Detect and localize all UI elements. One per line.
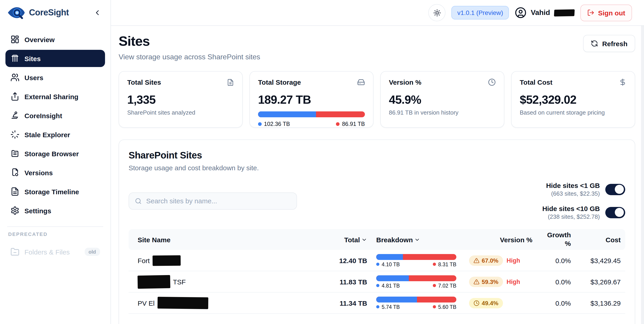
site-name-text: Fort	[138, 256, 150, 264]
blue-dot-icon	[258, 122, 262, 126]
share-icon	[10, 92, 20, 101]
sign-out-label: Sign out	[598, 9, 625, 16]
red-dot-icon	[336, 122, 340, 126]
refresh-icon	[591, 40, 598, 47]
sign-out-button[interactable]: Sign out	[580, 4, 632, 21]
sidebar-divider	[7, 226, 103, 227]
folder-lines-icon	[10, 149, 20, 158]
page-subtitle: View storage usage across SharePoint sit…	[118, 53, 260, 61]
column-header-version[interactable]: Version %	[464, 236, 537, 244]
sidebar-item-folders-files[interactable]: Folders & Files old	[6, 243, 105, 260]
site-cost: $3,136.29	[576, 299, 625, 307]
site-search[interactable]	[128, 192, 297, 210]
landmark-icon	[10, 54, 20, 63]
file-versions-icon	[10, 168, 20, 177]
switch-knob	[615, 208, 624, 217]
column-header-cost[interactable]: Cost	[576, 236, 625, 244]
blue-dot-icon	[376, 284, 380, 287]
table-header-row: Site Name Total Breakdown Version % Grow…	[128, 229, 625, 250]
site-version-pct: 67.0% High	[464, 255, 537, 266]
user-menu[interactable]: Vahid	[515, 7, 574, 18]
column-header-breakdown[interactable]: Breakdown	[372, 236, 464, 244]
stat-card-total-storage: Total Storage 189.27 TB 102.36 TB 86.91 …	[250, 71, 374, 128]
sidebar-header: CoreSight	[6, 6, 105, 19]
sidebar-collapse-button[interactable]	[92, 7, 103, 18]
sidebar-item-label: Versions	[24, 169, 53, 176]
sidebar-item-coreinsight[interactable]: CoreInsight	[6, 107, 105, 124]
toggle-detail: (663 sites, $22.35)	[546, 190, 600, 197]
site-version-pct: 59.3% High	[464, 276, 537, 287]
site-growth: 0.0%	[537, 256, 576, 264]
severity-label: High	[506, 278, 520, 285]
sidebar-item-storage-timeline[interactable]: Storage Timeline	[6, 183, 105, 200]
clock-icon	[488, 78, 496, 86]
severity-label: High	[506, 257, 520, 264]
redacted-site-name	[152, 255, 180, 266]
theme-toggle-button[interactable]	[428, 4, 446, 21]
file-text-icon	[10, 187, 20, 196]
toggle-switch[interactable]	[605, 207, 625, 218]
toggle-hide-lt-1gb: Hide sites <1 GB (663 sites, $22.35)	[542, 182, 625, 197]
site-name-text: PV El	[138, 299, 154, 307]
site-breakdown: 4.10 TB 8.31 TB	[372, 254, 464, 267]
stat-title: Total Cost	[520, 78, 552, 86]
dollar-sign-icon	[619, 78, 626, 86]
brand[interactable]: CoreSight	[7, 6, 69, 19]
version-warning-badge: 67.0%	[469, 255, 503, 266]
user-name: Vahid	[531, 8, 550, 17]
sidebar: CoreSight Overview Sites Users External …	[0, 0, 111, 324]
table-row[interactable]: PV El 11.34 TB 5.74 TB 5.60 TB	[128, 292, 625, 314]
site-name-text: TSF	[173, 278, 186, 286]
sidebar-item-stale-explorer[interactable]: Stale Explorer	[6, 126, 105, 143]
sidebar-item-storage-browser[interactable]: Storage Browser	[6, 145, 105, 162]
sidebar-item-overview[interactable]: Overview	[6, 31, 105, 48]
sidebar-item-label: Overview	[24, 36, 54, 43]
scrollbar[interactable]	[641, 26, 644, 324]
search-input[interactable]	[146, 197, 291, 205]
blue-dot-icon	[376, 305, 380, 308]
sites-table: Site Name Total Breakdown Version % Grow…	[128, 229, 625, 314]
site-growth: 0.0%	[537, 299, 576, 307]
red-dot-icon	[433, 305, 436, 308]
storage-split-bar	[258, 112, 365, 117]
column-header-growth[interactable]: Growth %	[537, 231, 576, 248]
version-warning-badge: 59.3%	[469, 276, 503, 287]
refresh-button[interactable]: Refresh	[583, 35, 635, 52]
sidebar-nav: Overview Sites Users External Sharing Co…	[6, 31, 105, 219]
breakdown-bar-primary	[376, 296, 417, 302]
sidebar-item-label: CoreInsight	[24, 112, 62, 119]
column-header-total[interactable]: Total	[320, 236, 372, 244]
gear-icon	[10, 206, 20, 215]
table-row[interactable]: TSF 11.83 TB 4.81 TB 7.02 TB 59.3%	[128, 271, 625, 292]
red-dot-icon	[433, 284, 436, 287]
toggle-switch[interactable]	[605, 184, 625, 195]
sidebar-item-settings[interactable]: Settings	[6, 202, 105, 219]
filter-toggles: Hide sites <1 GB (663 sites, $22.35) Hid…	[542, 182, 625, 220]
version-badge[interactable]: v1.0.1 (Preview)	[451, 6, 509, 20]
stat-subtitle: 86.91 TB in version history	[389, 109, 496, 116]
sidebar-item-sites[interactable]: Sites	[6, 50, 105, 67]
table-row[interactable]: Fort 12.40 TB 4.10 TB 8.31 TB	[128, 250, 625, 271]
site-cost: $3,429.45	[576, 256, 625, 264]
blue-dot-icon	[376, 263, 380, 266]
warning-triangle-icon	[474, 258, 480, 263]
stat-title: Version %	[389, 78, 421, 86]
stat-title: Total Sites	[127, 78, 161, 86]
user-avatar-icon	[515, 7, 527, 18]
sidebar-item-versions[interactable]: Versions	[6, 164, 105, 181]
site-breakdown: 5.74 TB 5.60 TB	[372, 296, 464, 310]
sidebar-item-users[interactable]: Users	[6, 69, 105, 86]
loader-icon	[10, 130, 20, 139]
warning-triangle-icon	[474, 279, 480, 284]
stat-cards: Total Sites 1,335 SharePoint sites analy…	[118, 71, 635, 128]
toggle-label: Hide sites <1 GB	[546, 182, 600, 189]
app-window: CoreSight Overview Sites Users External …	[0, 0, 644, 324]
stat-card-total-cost: Total Cost $52,329.02 Based on current s…	[511, 71, 635, 128]
users-icon	[10, 73, 20, 82]
stat-value: 189.27 TB	[258, 93, 365, 107]
sidebar-item-label: Stale Explorer	[24, 131, 70, 138]
sidebar-item-external-sharing[interactable]: External Sharing	[6, 88, 105, 105]
sharepoint-sites-panel: SharePoint Sites Storage usage and cost …	[118, 140, 635, 324]
user-laptop-icon	[10, 111, 20, 120]
sun-icon	[433, 9, 441, 16]
